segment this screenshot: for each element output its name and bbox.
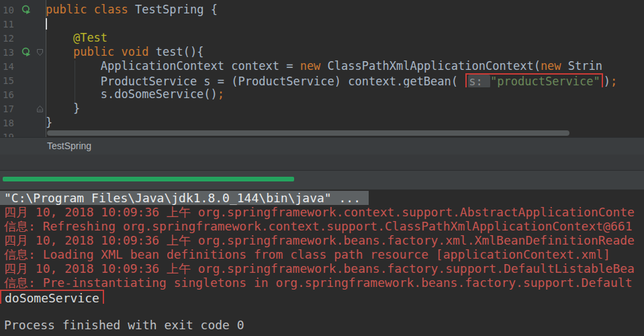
gutter-cell: 15 — [0, 73, 46, 87]
editor-line[interactable]: 10public class TestSpring { — [0, 3, 644, 17]
code-token: ; — [218, 87, 224, 101]
code-token: new — [541, 59, 561, 73]
console-line: 四月 10, 2018 10:09:36 上午 org.springframew… — [0, 205, 644, 219]
gutter-cell: 14 — [0, 59, 46, 73]
console-line: "C:\Program Files\Java\jdk1.8.0_144\bin\… — [0, 191, 644, 205]
console-highlight-box: doSomeService — [0, 290, 104, 304]
code-token: Strin — [561, 59, 602, 73]
line-number: 12 — [0, 33, 19, 44]
console-text: Process finished with exit code 0 — [4, 318, 244, 332]
editor-line[interactable]: 14ApplicationContext context = new Class… — [0, 59, 644, 73]
gutter-cell: 12 — [0, 31, 46, 45]
code-token: void — [122, 45, 149, 58]
line-number: 14 — [0, 61, 19, 72]
gutter-cell: 19 — [0, 130, 46, 137]
console-line: 信息: Pre-instantiating singletons in org.… — [0, 276, 644, 290]
code-token: ClassPathXmlApplicationContext( — [320, 59, 541, 73]
code-token: ) — [604, 75, 610, 87]
code-token: ApplicationContext context = — [101, 59, 300, 73]
console-text: 信息: Refreshing org.springframework.conte… — [4, 219, 632, 233]
console-text: 四月 10, 2018 10:09:36 上午 org.springframew… — [4, 205, 635, 219]
line-number: 19 — [0, 132, 19, 138]
run-toolwindow-gap — [0, 155, 644, 171]
code-editor[interactable]: 10public class TestSpring {1112@Test13pu… — [0, 0, 644, 137]
editor-line[interactable]: 11 — [0, 17, 644, 31]
console-text: 信息: Loading XML bean definitions from cl… — [4, 247, 610, 261]
console-line — [0, 304, 644, 318]
gutter-cell: 10 — [0, 3, 46, 17]
code-text[interactable]: s.doSomeService(); — [46, 87, 644, 101]
breadcrumb-bar: TestSpring — [0, 137, 644, 155]
code-token: "productService" — [490, 75, 600, 87]
editor-line[interactable]: 15ProductService s = (ProductService) co… — [0, 73, 644, 87]
fold-marker-icon[interactable] — [34, 48, 46, 56]
console-line: 四月 10, 2018 10:09:36 上午 org.springframew… — [0, 261, 644, 276]
code-text[interactable]: ApplicationContext context = new ClassPa… — [46, 59, 644, 73]
gutter-spacer — [19, 89, 34, 100]
console-line: Process finished with exit code 0 — [0, 318, 644, 332]
code-token: public — [73, 45, 114, 58]
gutter-spacer — [19, 61, 34, 72]
editor-line[interactable]: 18} — [0, 116, 644, 130]
gutter-spacer — [19, 132, 34, 138]
line-number: 11 — [0, 19, 19, 30]
code-token: s: — [468, 75, 490, 87]
code-token — [114, 45, 121, 58]
console-line: 信息: Refreshing org.springframework.conte… — [0, 219, 644, 233]
code-text[interactable]: public class TestSpring { — [46, 3, 644, 17]
gutter-spacer — [19, 33, 34, 44]
line-number: 18 — [0, 118, 19, 128]
editor-line[interactable]: 12@Test — [0, 31, 644, 45]
run-test-icon[interactable] — [19, 47, 34, 58]
breadcrumb-item-testspring[interactable]: TestSpring — [47, 140, 91, 151]
code-text[interactable]: } — [46, 116, 644, 130]
line-number: 17 — [0, 103, 19, 114]
gutter-cell: 13 — [0, 45, 46, 59]
code-token: } — [73, 101, 80, 115]
console-line: 四月 10, 2018 10:09:36 上午 org.springframew… — [0, 233, 644, 247]
gutter-cell: 11 — [0, 17, 46, 31]
code-text[interactable]: @Test — [46, 31, 644, 45]
text-caret — [46, 18, 47, 30]
code-token: } — [46, 116, 52, 129]
test-status-bar: 1 test passed- 1s 408ms — [0, 171, 644, 190]
code-token — [87, 3, 93, 16]
code-token: new — [300, 59, 321, 73]
gutter-cell: 16 — [0, 87, 46, 101]
line-number: 16 — [0, 89, 19, 100]
console-text: 四月 10, 2018 10:09:36 上午 org.springframew… — [4, 233, 635, 247]
editor-line[interactable]: 17} — [0, 101, 644, 116]
code-token: ProductService s = (ProductService) cont… — [101, 75, 458, 87]
line-number: 15 — [0, 75, 19, 86]
gutter-cell: 18 — [0, 116, 46, 130]
editor-line[interactable]: 13public void test(){ — [0, 45, 644, 59]
code-text[interactable]: public void test(){ — [46, 45, 644, 59]
code-token — [458, 75, 465, 87]
console-text: 信息: Pre-instantiating singletons in org.… — [4, 276, 632, 290]
test-progress-bar — [3, 177, 294, 181]
intellij-ide-window: 10public class TestSpring {1112@Test13pu… — [0, 0, 644, 336]
code-token: ; — [610, 75, 617, 87]
editor-line[interactable]: 16s.doSomeService(); — [0, 87, 644, 101]
code-token: public — [46, 3, 87, 16]
console-line: 信息: Loading XML bean definitions from cl… — [0, 247, 644, 261]
line-number: 10 — [0, 5, 19, 15]
gutter-spacer — [19, 103, 34, 114]
code-text[interactable]: ProductService s = (ProductService) cont… — [46, 73, 644, 87]
run-test-icon[interactable] — [19, 5, 34, 15]
console-text: 四月 10, 2018 10:09:36 上午 org.springframew… — [4, 261, 635, 276]
fold-marker-icon[interactable] — [34, 105, 46, 113]
console-output[interactable]: "C:\Program Files\Java\jdk1.8.0_144\bin\… — [0, 190, 644, 336]
code-token: class — [94, 3, 128, 16]
code-token: @Test — [73, 31, 107, 44]
console-line: doSomeService — [0, 290, 644, 304]
line-number: 13 — [0, 47, 19, 58]
code-text[interactable] — [46, 17, 644, 31]
console-command-line: "C:\Program Files\Java\jdk1.8.0_144\bin\… — [0, 191, 369, 205]
horizontal-scrollbar[interactable] — [47, 130, 569, 136]
gutter-cell: 17 — [0, 101, 46, 116]
code-text[interactable]: } — [46, 101, 644, 116]
code-token: s.doSomeService() — [101, 87, 218, 101]
code-token: test(){ — [149, 45, 204, 58]
gutter-spacer — [19, 75, 34, 86]
